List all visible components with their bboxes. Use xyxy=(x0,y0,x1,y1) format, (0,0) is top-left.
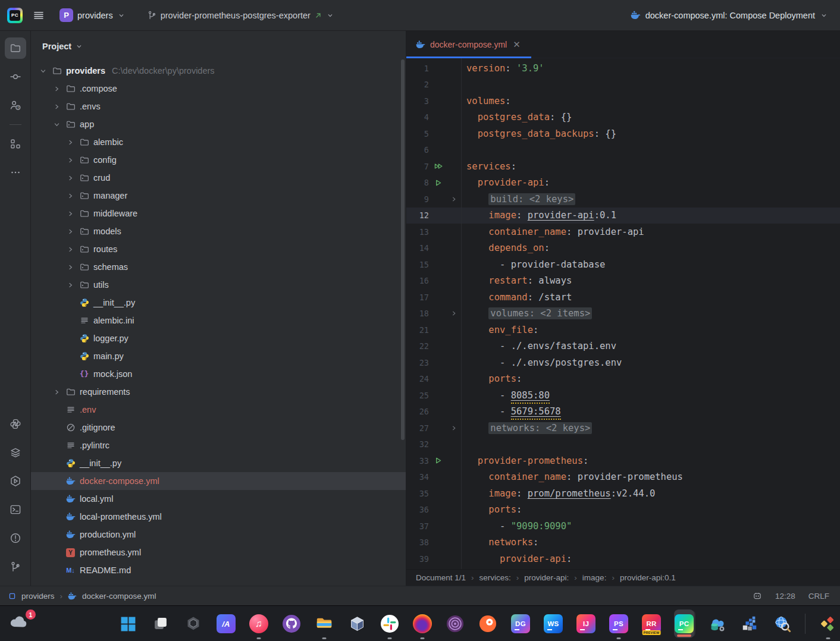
taskbar-webstorm-button[interactable]: WS xyxy=(543,614,563,634)
taskbar-postman-button[interactable] xyxy=(478,614,498,634)
tab-docker-compose[interactable]: docker-compose.yml ✕ xyxy=(406,31,531,58)
tree-item-models[interactable]: models xyxy=(31,222,406,240)
terminal-button[interactable] xyxy=(5,499,26,520)
code-link[interactable]: prom/prometheus xyxy=(528,488,611,499)
chevron-collapsed-icon[interactable] xyxy=(65,155,75,165)
tree-item-init-py[interactable]: __init__.py xyxy=(31,454,406,472)
chevron-collapsed-icon[interactable] xyxy=(65,262,75,272)
code-link[interactable]: 5679:5678 xyxy=(511,406,561,417)
main-menu-button[interactable] xyxy=(29,5,49,26)
taskbar-rustrover-button[interactable]: RRPREVIEW xyxy=(641,614,662,634)
taskbar-hexagon-app-button[interactable] xyxy=(183,614,203,634)
tree-item-readme-md[interactable]: M↓README.md xyxy=(31,561,406,579)
code-editor[interactable]: 1version: '3.9'23volumes:4 postgres_data… xyxy=(406,58,840,569)
chevron-collapsed-icon[interactable] xyxy=(52,102,61,111)
project-panel-header[interactable]: Project xyxy=(31,31,406,62)
run-gutter-icon[interactable] xyxy=(429,178,447,187)
tree-item-app[interactable]: app xyxy=(31,115,406,133)
close-tab-icon[interactable]: ✕ xyxy=(512,39,522,50)
breadcrumb-item[interactable]: image: xyxy=(582,573,607,582)
tree-item-requirements[interactable]: requirements xyxy=(31,383,406,401)
run-config-selector[interactable]: docker-compose.yml: Compose Deployment xyxy=(627,8,832,23)
chevron-collapsed-icon[interactable] xyxy=(65,227,75,236)
chevron-expanded-icon[interactable] xyxy=(52,120,61,129)
folded-region[interactable]: build: <2 keys> xyxy=(488,193,575,205)
tree-item-gitignore[interactable]: .gitignore xyxy=(31,419,406,436)
tree-item-compose[interactable]: .compose xyxy=(31,80,406,98)
tree-item-prometheus-yml[interactable]: Yprometheus.yml xyxy=(31,543,406,561)
tree-item-docker-compose-yml[interactable]: docker-compose.yml xyxy=(31,472,406,490)
tree-item-providers[interactable]: providersC:\dev\docker\py\providers xyxy=(31,62,406,80)
tree-item-manager[interactable]: manager xyxy=(31,187,406,205)
line-ending[interactable]: CRLF xyxy=(808,592,829,601)
taskbar-git-extensions-button[interactable] xyxy=(818,614,838,634)
taskbar-slash-a-app-button[interactable]: /A xyxy=(216,614,236,634)
taskbar-intellij-button[interactable]: IJ xyxy=(576,614,596,634)
tree-item-alembic-ini[interactable]: alembic.ini xyxy=(31,312,406,329)
status-file[interactable]: docker-compose.yml xyxy=(82,592,156,601)
project-button[interactable] xyxy=(5,37,26,59)
tree-item-envs[interactable]: .envs xyxy=(31,98,406,115)
tree-item-config[interactable]: config xyxy=(31,151,406,169)
caret-position[interactable]: 12:28 xyxy=(775,592,795,601)
taskbar-explorer-button[interactable] xyxy=(314,614,334,634)
pull-requests-button[interactable]: ? xyxy=(5,95,26,116)
problems-button[interactable] xyxy=(5,527,26,549)
breadcrumb-item[interactable]: services: xyxy=(479,573,511,582)
more-tool-windows-button[interactable] xyxy=(5,162,26,183)
fold-chevron-icon[interactable] xyxy=(447,195,461,203)
tree-item-alembic[interactable]: alembic xyxy=(31,133,406,151)
status-project[interactable]: providers xyxy=(21,592,55,601)
chevron-collapsed-icon[interactable] xyxy=(52,84,61,93)
tree-item-middleware[interactable]: middleware xyxy=(31,205,406,222)
tree-item-utils[interactable]: utils xyxy=(31,276,406,294)
run-gutter-icon[interactable] xyxy=(429,456,447,465)
python-packages-button[interactable] xyxy=(5,413,26,435)
structure-button[interactable] xyxy=(5,133,26,155)
run-button[interactable] xyxy=(5,470,26,492)
tree-item-mock-json[interactable]: {}mock.json xyxy=(31,365,406,383)
taskbar-start-button[interactable] xyxy=(118,614,138,634)
fold-chevron-icon[interactable] xyxy=(447,424,461,432)
chevron-collapsed-icon[interactable] xyxy=(52,387,61,397)
commit-button[interactable] xyxy=(5,66,26,87)
taskbar-datagrip-button[interactable]: DG xyxy=(510,614,531,634)
taskbar-firefox-button[interactable] xyxy=(412,614,432,634)
tree-item-schemas[interactable]: schemas xyxy=(31,258,406,276)
tree-item-production-yml[interactable]: production.yml xyxy=(31,526,406,543)
taskbar-music-button[interactable]: ♫ xyxy=(249,614,269,634)
tree-item-routes[interactable]: routes xyxy=(31,240,406,258)
breadcrumb-item[interactable]: Document 1/1 xyxy=(416,573,466,582)
taskbar-tor-button[interactable] xyxy=(445,614,465,634)
run-gutter-icon[interactable] xyxy=(429,162,447,171)
version-control-button[interactable] xyxy=(5,556,26,577)
taskbar-globe-search-button[interactable] xyxy=(772,614,792,634)
ai-assistant-icon[interactable] xyxy=(753,591,762,601)
services-button[interactable] xyxy=(5,442,26,463)
chevron-collapsed-icon[interactable] xyxy=(65,244,75,254)
folded-region[interactable]: networks: <2 keys> xyxy=(488,422,592,434)
taskbar-slack-button[interactable] xyxy=(380,614,400,634)
chevron-collapsed-icon[interactable] xyxy=(65,137,75,147)
taskbar-phpstorm-button[interactable]: PS xyxy=(609,614,629,634)
tree-item-main-py[interactable]: main.py xyxy=(31,347,406,365)
tree-item-local-prometheus-yml[interactable]: local-prometheus.yml xyxy=(31,508,406,526)
project-widget[interactable]: P providers xyxy=(55,6,130,24)
breadcrumb-item[interactable]: provider-api:0.1 xyxy=(620,573,676,582)
chevron-collapsed-icon[interactable] xyxy=(65,209,75,218)
taskbar-cloud-db-button[interactable] xyxy=(707,614,727,634)
code-link[interactable]: 8085:80 xyxy=(511,390,550,401)
chevron-collapsed-icon[interactable] xyxy=(65,191,75,200)
vcs-widget[interactable]: provider-prometheus-postgres-exporter xyxy=(143,8,338,23)
taskbar-virtualbox-button[interactable] xyxy=(347,614,367,634)
taskbar-github-button[interactable] xyxy=(281,614,302,634)
tree-item-init-py[interactable]: __init__.py xyxy=(31,294,406,312)
chevron-collapsed-icon[interactable] xyxy=(65,280,75,290)
tree-scrollbar[interactable] xyxy=(401,59,405,440)
tree-item-pylintrc[interactable]: .pylintrc xyxy=(31,436,406,454)
taskbar-pixel-stairs-button[interactable] xyxy=(739,614,760,634)
fold-chevron-icon[interactable] xyxy=(447,309,461,318)
code-link[interactable]: provider-api xyxy=(528,210,594,221)
weather-widget[interactable]: 1 xyxy=(8,613,35,634)
chevron-expanded-icon[interactable] xyxy=(38,66,48,76)
